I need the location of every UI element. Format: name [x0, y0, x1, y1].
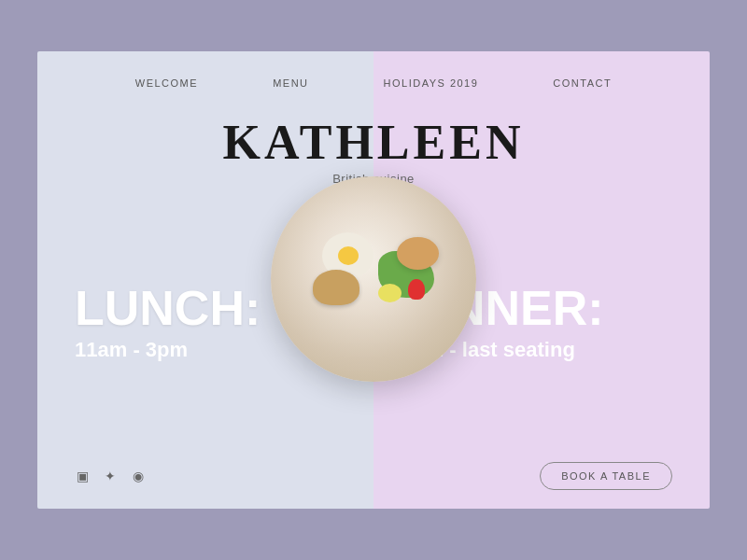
whatsapp-icon[interactable]: ◉	[131, 469, 146, 483]
main-content: LUNCH: 11am - 3pm DINNER: 4pm - last sea…	[37, 195, 710, 451]
lemon-decoration	[378, 284, 402, 302]
footer: ▣ ✦ ◉ BOOK A TABLE	[37, 451, 710, 509]
strawberry-decoration	[408, 279, 425, 300]
twitter-icon[interactable]: ✦	[103, 469, 118, 483]
food-plate	[271, 176, 476, 382]
nav-contact[interactable]: CONTACT	[553, 77, 612, 89]
instagram-icon[interactable]: ▣	[75, 469, 90, 483]
main-container: WELCOME MENU HOLIDAYS 2019 CONTACT KATHL…	[37, 51, 710, 509]
navigation: WELCOME MENU HOLIDAYS 2019 CONTACT	[37, 51, 710, 105]
nav-holidays[interactable]: HOLIDAYS 2019	[384, 77, 479, 89]
hero-section: KATHLEEN British cuisine	[37, 105, 710, 186]
social-icons: ▣ ✦ ◉	[75, 469, 146, 483]
egg-yolk	[338, 246, 359, 265]
scone-decoration	[397, 237, 439, 270]
book-table-button[interactable]: BOOK A TABLE	[540, 462, 672, 490]
bread-decoration	[313, 270, 359, 305]
nav-welcome[interactable]: WELCOME	[135, 77, 198, 89]
nav-menu[interactable]: MENU	[273, 77, 308, 89]
restaurant-name: KATHLEEN	[223, 115, 525, 170]
plate-wrapper	[271, 176, 476, 382]
